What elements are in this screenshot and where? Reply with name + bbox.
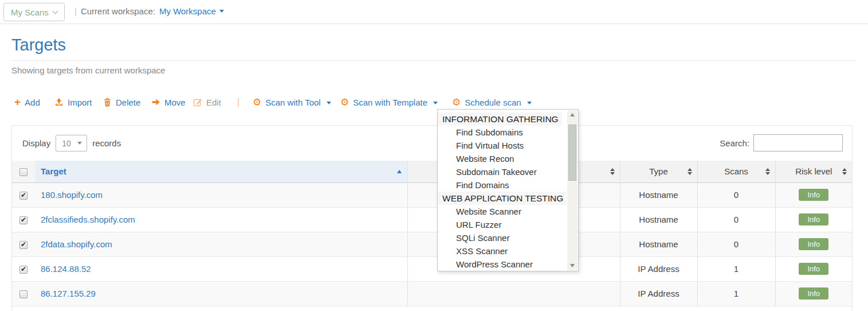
records-per-page-select[interactable]: 10 (56, 135, 87, 151)
target-cell: 86.127.155.29 (35, 281, 407, 306)
target-link[interactable]: 2fdata.shopify.com (41, 239, 112, 249)
risk-cell: Info (775, 256, 852, 281)
tool-menu-item[interactable]: Find Subdomains (438, 126, 578, 139)
caret-down-icon (527, 102, 532, 104)
risk-badge: Info (799, 238, 828, 250)
table-header-row: Target Type Scans Risk l (12, 161, 852, 182)
target-cell: 2fclassifieds.shopify.com (35, 207, 407, 232)
search-input[interactable] (753, 134, 843, 151)
dropdown-scrollbar (567, 110, 578, 270)
targets-table-body: 180.shopify.com Hostname 0 Info 2fclassi… (12, 182, 852, 306)
type-cell: IP Address (620, 256, 697, 281)
row-checkbox[interactable] (19, 241, 28, 249)
risk-badge: Info (799, 213, 828, 226)
scans-column-header[interactable]: Scans (697, 161, 775, 182)
add-button[interactable]: + Add (14, 95, 40, 109)
targets-page: My Scans | Current workspace: My Workspa… (0, 0, 868, 311)
my-scans-button[interactable]: My Scans (3, 3, 65, 21)
scan-with-template-button[interactable]: ⚙ Scan with Template (340, 95, 438, 109)
table-row: 180.shopify.com Hostname 0 Info (12, 182, 852, 207)
row-checkbox[interactable] (19, 216, 28, 224)
workspace-value: My Workspace (159, 6, 216, 16)
triangle-up-icon (570, 113, 575, 116)
row-checkbox[interactable] (19, 192, 28, 200)
risk-level-column-label: Risk level (795, 166, 832, 176)
scroll-down-arrow[interactable] (567, 261, 578, 270)
target-link[interactable]: 86.127.155.29 (41, 289, 96, 298)
gear-icon: ⚙ (253, 98, 261, 107)
edit-button[interactable]: Edit (193, 95, 221, 109)
scrollbar-thumb[interactable] (568, 125, 576, 181)
risk-cell: Info (775, 281, 852, 306)
type-cell: Hostname (620, 232, 697, 256)
page-title: Targets (11, 36, 66, 55)
scan-with-tool-label: Scan with Tool (265, 98, 320, 107)
caret-down-icon (327, 102, 331, 104)
select-all-checkbox[interactable] (19, 168, 28, 176)
target-column-header[interactable]: Target (35, 161, 407, 182)
targets-table: Target Type Scans Risk l (12, 161, 852, 306)
display-label: Display (22, 138, 50, 148)
tool-menu-item[interactable]: Find Virtual Hosts (438, 139, 578, 152)
import-button[interactable]: Import (54, 95, 92, 109)
topbar-divider: | (74, 6, 77, 16)
records-value: 10 (62, 139, 71, 148)
tool-menu-item[interactable]: WordPress Scanner (438, 258, 578, 271)
scroll-up-arrow[interactable] (567, 110, 578, 119)
table-row: 86.127.155.29 IP Address 1 Info (12, 281, 852, 306)
move-button[interactable]: Move (151, 95, 186, 109)
tool-menu-item[interactable]: SQLi Scanner (438, 231, 578, 244)
risk-badge: Info (799, 189, 828, 201)
tool-menu-item[interactable]: Website Scanner (438, 205, 578, 218)
schedule-scan-button[interactable]: ⚙ Schedule scan (452, 95, 532, 109)
sort-icon (842, 168, 847, 175)
tool-group-header: INFORMATION GATHERING (438, 112, 562, 126)
table-row: 2fclassifieds.shopify.com Hostname 0 Inf… (12, 207, 852, 232)
caret-down-icon (433, 102, 438, 104)
sort-icon (610, 168, 615, 175)
scan-with-template-label: Scan with Template (353, 98, 427, 107)
sort-icon (688, 168, 692, 175)
row-checkbox-cell (12, 281, 35, 306)
upload-icon (54, 98, 64, 107)
workspace-selector[interactable]: My Workspace (159, 6, 224, 16)
toolbar-divider: | (237, 95, 239, 109)
target-cell: 180.shopify.com (35, 182, 407, 207)
target-link[interactable]: 86.124.88.52 (41, 264, 91, 274)
row-checkbox-cell (12, 207, 35, 232)
caret-down-icon (219, 10, 224, 13)
target-column-label: Target (41, 166, 66, 176)
scans-cell: 0 (697, 232, 775, 256)
workspace-label: Current workspace: (81, 6, 155, 16)
import-label: Import (68, 98, 92, 107)
records-label: records (92, 138, 121, 148)
type-cell: IP Address (620, 281, 697, 306)
delete-label: Delete (116, 98, 140, 107)
scans-cell: 0 (697, 182, 775, 207)
scan-with-tool-button[interactable]: ⚙ Scan with Tool (253, 95, 331, 109)
target-link[interactable]: 180.shopify.com (41, 190, 103, 200)
gear-icon: ⚙ (452, 98, 461, 107)
gear-icon: ⚙ (340, 98, 349, 107)
description-cell (407, 281, 620, 306)
row-checkbox-cell (12, 232, 35, 256)
risk-level-column-header[interactable]: Risk level (775, 161, 852, 182)
schedule-scan-dropdown: INFORMATION GATHERINGFind SubdomainsFind… (437, 109, 579, 271)
divider-line (11, 60, 857, 61)
tool-menu-item[interactable]: URL Fuzzer (438, 218, 578, 231)
risk-badge: Info (799, 263, 828, 275)
tool-menu-item[interactable]: Subdomain Takeover (438, 165, 578, 178)
row-checkbox[interactable] (19, 290, 28, 298)
row-checkbox-cell (12, 182, 35, 207)
table-row: 86.124.88.52 IP Address 1 Info (12, 256, 852, 281)
tool-menu-item[interactable]: XSS Scanner (438, 244, 578, 258)
row-checkbox[interactable] (19, 266, 28, 274)
type-column-header[interactable]: Type (620, 161, 697, 182)
target-cell: 86.124.88.52 (35, 256, 407, 281)
tool-menu-item[interactable]: Website Recon (438, 152, 578, 165)
tool-menu-item[interactable]: Find Domains (438, 178, 578, 192)
target-link[interactable]: 2fclassifieds.shopify.com (41, 215, 135, 224)
delete-button[interactable]: Delete (103, 95, 140, 109)
row-checkbox-cell (12, 256, 35, 281)
edit-label: Edit (206, 98, 221, 107)
